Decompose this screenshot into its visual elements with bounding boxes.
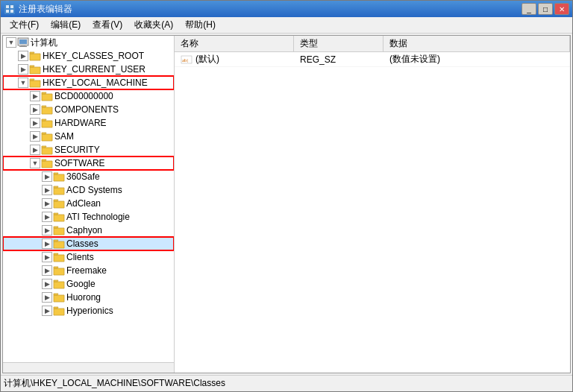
menu-favorites[interactable]: 收藏夹(A) <box>128 17 179 33</box>
tree-hscroll[interactable] <box>3 362 174 373</box>
tree-row-clients[interactable]: ▶ Clients <box>3 250 174 264</box>
expand-security[interactable]: ▶ <box>30 145 40 155</box>
tree-node-hardware: ▶ HARDWARE <box>3 116 174 130</box>
tree-row-adclean[interactable]: ▶ AdClean <box>3 197 174 210</box>
main-content: ▼ 计算机 <box>2 35 571 373</box>
tree-node-hyperionics: ▶ Hyperionics <box>3 304 174 317</box>
expand-hkcr[interactable]: ▶ <box>18 51 28 61</box>
tree-node-classes: ▶ Classes <box>3 237 174 250</box>
tree-node-computer: ▼ 计算机 <box>3 36 174 49</box>
hkcu-label: HKEY_CURRENT_USER <box>43 64 145 75</box>
folder-icon-bcd <box>41 91 53 101</box>
expand-ati[interactable]: ▶ <box>42 212 52 222</box>
tree-row-hardware[interactable]: ▶ HARDWARE <box>3 116 174 130</box>
tree-row-acd[interactable]: ▶ ACD Systems <box>3 183 174 197</box>
folder-icon-hyperionics <box>53 306 65 316</box>
expand-google[interactable]: ▶ <box>42 279 52 289</box>
menu-view[interactable]: 查看(V) <box>87 17 128 33</box>
maximize-button[interactable]: □ <box>538 3 553 15</box>
folder-icon-hardware <box>41 118 53 128</box>
ati-label: ATI Technologie <box>66 212 130 222</box>
titlebar-left: 注册表编辑器 <box>4 3 72 16</box>
tree-row-computer[interactable]: ▼ 计算机 <box>3 36 174 49</box>
tree-row-360safe[interactable]: ▶ 360Safe <box>3 170 174 183</box>
components-label: COMPONENTS <box>54 104 119 115</box>
tree-row-freemake[interactable]: ▶ Freemake <box>3 264 174 277</box>
tree-node-ati: ▶ ATI Technologie <box>3 210 174 224</box>
tree-row-hkcu[interactable]: ▶ HKEY_CURRENT_USER <box>3 63 174 76</box>
tree-row-security[interactable]: ▶ SECURITY <box>3 143 174 157</box>
tree-scroll[interactable]: ▼ 计算机 <box>3 36 174 362</box>
expand-hkcu[interactable]: ▶ <box>18 64 28 75</box>
expand-360safe[interactable]: ▶ <box>42 171 52 182</box>
tree-row-hklm[interactable]: ▼ HKEY_LOCAL_MACHINE <box>3 76 174 89</box>
tree-row-sam[interactable]: ▶ SAM <box>3 130 174 143</box>
tree-node-huorong: ▶ Huorong <box>3 291 174 304</box>
expand-bcd[interactable]: ▶ <box>30 91 40 101</box>
expand-computer[interactable]: ▼ <box>6 37 16 48</box>
expand-freemake[interactable]: ▶ <box>42 265 52 276</box>
tree-row-ati[interactable]: ▶ ATI Technologie <box>3 210 174 224</box>
window-title: 注册表编辑器 <box>19 3 72 16</box>
expand-classes[interactable]: ▶ <box>42 238 52 249</box>
svg-rect-6 <box>19 39 27 44</box>
menu-help[interactable]: 帮助(H) <box>179 17 222 33</box>
tree-row-software[interactable]: ▼ SOFTWARE <box>3 157 174 170</box>
expand-hardware[interactable]: ▶ <box>30 118 40 128</box>
tree-row-hkcr[interactable]: ▶ HKEY_CLASSES_ROOT <box>3 49 174 63</box>
google-label: Google <box>66 279 96 289</box>
default-value-name: (默认) <box>195 53 219 66</box>
data-area[interactable]: ab| (默认) REG_SZ (数值未设置) <box>175 52 570 373</box>
tree-row-caphyon[interactable]: ▶ Caphyon <box>3 224 174 237</box>
expand-components[interactable]: ▶ <box>30 104 40 115</box>
menu-edit[interactable]: 编辑(E) <box>45 17 87 33</box>
minimize-button[interactable]: _ <box>522 3 536 15</box>
tree-node-sam: ▶ SAM <box>3 130 174 143</box>
data-cell-type: REG_SZ <box>294 54 383 65</box>
data-row-default[interactable]: ab| (默认) REG_SZ (数值未设置) <box>175 52 570 67</box>
expand-hklm[interactable]: ▼ <box>18 78 28 88</box>
tree-row-classes[interactable]: ▶ Classes <box>3 237 174 250</box>
tree-node-360safe: ▶ 360Safe <box>3 170 174 183</box>
tree-node-bcd: ▶ BCD00000000 <box>3 89 174 103</box>
tree-node-hkcu: ▶ HKEY_CURRENT_USER <box>3 63 174 76</box>
right-panel: 名称 类型 数据 ab| (默认) REG_SZ (数值未设置 <box>175 36 570 373</box>
expand-huorong[interactable]: ▶ <box>42 292 52 303</box>
menubar: 文件(F) 编辑(E) 查看(V) 收藏夹(A) 帮助(H) <box>1 17 572 34</box>
col-header-name: 名称 <box>175 36 294 51</box>
computer-label: 计算机 <box>31 37 57 49</box>
folder-icon-hkcu <box>29 64 41 75</box>
tree-row-hyperionics[interactable]: ▶ Hyperionics <box>3 304 174 317</box>
clients-label: Clients <box>66 252 94 262</box>
data-cell-value: (数值未设置) <box>383 53 570 66</box>
svg-rect-8 <box>19 46 27 47</box>
tree-node-acd: ▶ ACD Systems <box>3 183 174 197</box>
acd-label: ACD Systems <box>66 185 122 195</box>
folder-icon-classes <box>53 238 65 249</box>
tree-row-bcd[interactable]: ▶ BCD00000000 <box>3 89 174 103</box>
tree-row-google[interactable]: ▶ Google <box>3 277 174 291</box>
classes-label: Classes <box>66 238 98 249</box>
hyperionics-label: Hyperionics <box>66 306 113 316</box>
tree-row-components[interactable]: ▶ COMPONENTS <box>3 103 174 116</box>
folder-icon-software <box>41 158 53 168</box>
folder-icon-components <box>41 104 53 115</box>
col-header-type: 类型 <box>294 36 383 51</box>
folder-icon-caphyon <box>53 225 65 235</box>
expand-clients[interactable]: ▶ <box>42 252 52 262</box>
svg-rect-1 <box>6 5 9 8</box>
app-icon <box>4 3 16 15</box>
expand-software[interactable]: ▼ <box>30 158 40 168</box>
expand-caphyon[interactable]: ▶ <box>42 225 52 235</box>
expand-adclean[interactable]: ▶ <box>42 198 52 209</box>
tree-row-huorong[interactable]: ▶ Huorong <box>3 291 174 304</box>
close-button[interactable]: ✕ <box>554 3 569 15</box>
expand-acd[interactable]: ▶ <box>42 185 52 195</box>
sam-label: SAM <box>54 131 74 142</box>
menu-file[interactable]: 文件(F) <box>4 17 45 33</box>
expand-hyperionics[interactable]: ▶ <box>42 306 52 316</box>
tree-node-freemake: ▶ Freemake <box>3 264 174 277</box>
svg-text:ab|: ab| <box>182 57 188 63</box>
expand-sam[interactable]: ▶ <box>30 131 40 142</box>
computer-icon <box>17 37 29 48</box>
